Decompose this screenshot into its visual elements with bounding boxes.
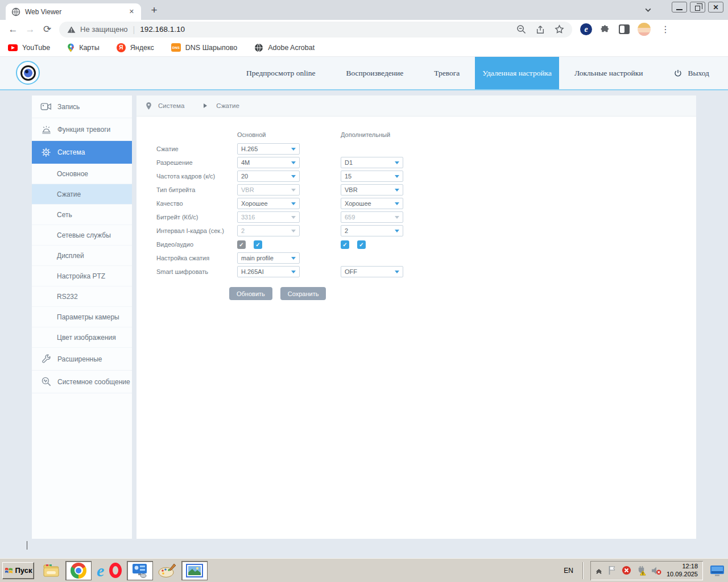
language-indicator[interactable]: EN <box>561 567 576 575</box>
sidebar-toggle-icon[interactable] <box>619 24 630 34</box>
back-button[interactable]: ← <box>5 24 22 35</box>
sidebar-label: Дисплей <box>57 252 84 260</box>
column-header-primary: Основной <box>237 131 341 138</box>
tray-clock[interactable]: 12:18 10.09.2025 <box>667 563 698 579</box>
sidebar-item-system-log[interactable]: Системное сообщение <box>32 371 132 393</box>
sidebar-item-advanced[interactable]: Расширенные <box>32 348 132 371</box>
bookmark-maps[interactable]: Карты <box>67 43 100 52</box>
internet-explorer-icon[interactable]: e <box>97 563 104 578</box>
sidebar-item-ptz[interactable]: Настройка PTZ <box>32 266 132 286</box>
resolution-secondary-select[interactable]: D1 <box>341 157 403 168</box>
sidebar-item-alarm-function[interactable]: Функция тревоги <box>32 118 132 141</box>
framerate-secondary-select[interactable]: 15 <box>341 171 403 182</box>
logo-eye <box>24 69 32 77</box>
sidebar-item-compression[interactable]: Сжатие <box>32 184 132 205</box>
show-desktop-icon[interactable] <box>710 565 725 576</box>
sidebar-item-rs232[interactable]: RS232 <box>32 286 132 307</box>
usb-warning-icon[interactable] <box>636 566 646 576</box>
forward-button[interactable]: → <box>22 24 39 35</box>
flag-icon[interactable] <box>607 566 617 575</box>
address-bar[interactable]: Не защищено | 192.168.1.10 <box>59 22 572 38</box>
bitrate-secondary-select: 659 <box>341 211 403 223</box>
profile-primary-select[interactable]: main profile <box>237 252 300 264</box>
extension-e-icon[interactable]: e <box>580 23 592 35</box>
restore-button[interactable] <box>690 2 705 13</box>
power-icon <box>673 69 682 78</box>
nav-tab-logout[interactable]: Выход <box>658 57 725 89</box>
sidebar-label: Системное сообщение <box>57 378 130 386</box>
sidebar-item-record[interactable]: Запись <box>32 95 132 118</box>
browser-tab-strip: Web Viewer ✕ + ✕ <box>0 0 728 20</box>
sidebar-item-network[interactable]: Сеть <box>32 205 132 225</box>
tab-title: Web Viewer <box>25 8 128 16</box>
save-button[interactable]: Сохранить <box>280 287 326 300</box>
nav-tab-alarm[interactable]: Тревога <box>419 57 475 89</box>
image-viewer-button[interactable] <box>181 561 208 580</box>
audio-checkbox-secondary[interactable] <box>357 240 366 249</box>
nav-tab-remote-settings[interactable]: Удаленная настройка <box>475 57 559 89</box>
reload-button[interactable]: ⟳ <box>39 23 56 35</box>
compression-primary-select[interactable]: H.265 <box>237 143 300 155</box>
sidebar-item-display[interactable]: Дисплей <box>32 246 132 266</box>
refresh-button[interactable]: Обновить <box>229 287 272 300</box>
browser-menu-button[interactable]: ⋮ <box>661 24 670 35</box>
tab-search-chevron-icon[interactable] <box>644 6 652 16</box>
nav-label: Выход <box>688 69 709 78</box>
nav-tab-preview[interactable]: Предпросмотр online <box>231 57 330 89</box>
caret-down-icon <box>291 189 296 192</box>
bookmark-yandex[interactable]: Я Яндекс <box>117 43 154 52</box>
windows-logo-icon <box>5 567 13 575</box>
sidebar-label: Функция тревоги <box>57 126 110 134</box>
minimize-button[interactable] <box>672 2 687 13</box>
bookmark-star-icon[interactable] <box>555 24 564 34</box>
extensions-puzzle-icon[interactable] <box>600 24 611 35</box>
share-icon[interactable] <box>535 25 545 34</box>
resolution-primary-select[interactable]: 4M <box>237 157 300 168</box>
form-row: Smart шифровать H.265AI OFF <box>156 265 696 278</box>
select-value: Хорошее <box>241 200 268 207</box>
sidebar-label: Сжатие <box>57 190 81 198</box>
new-tab-button[interactable]: + <box>147 3 162 17</box>
caret-down-icon <box>395 202 399 205</box>
bookmark-acrobat[interactable]: Adobe Acrobat <box>254 43 315 52</box>
video-checkbox-secondary[interactable] <box>341 240 349 249</box>
show-hidden-icons-chevron[interactable] <box>595 567 602 574</box>
framerate-primary-select[interactable]: 20 <box>237 171 300 182</box>
muted-speaker-icon[interactable] <box>651 566 661 575</box>
paint-icon[interactable] <box>158 563 176 578</box>
sidebar-item-camera-params[interactable]: Параметры камеры <box>32 307 132 327</box>
bookmark-youtube[interactable]: YouTube <box>8 44 50 52</box>
bookmark-dns[interactable]: DNS DNS Шарыпово <box>171 43 237 52</box>
nav-tab-local-settings[interactable]: Локльные настройки <box>559 57 658 89</box>
breadcrumb-section[interactable]: Система <box>158 102 184 109</box>
display-settings-icon <box>131 563 148 578</box>
sidebar-item-network-services[interactable]: Сетевые службы <box>32 225 132 246</box>
iframe-interval-secondary-select[interactable]: 2 <box>341 225 403 236</box>
chrome-taskbar-button[interactable] <box>65 561 92 580</box>
security-label[interactable]: Не защищено <box>80 25 128 34</box>
tab-close-icon[interactable]: ✕ <box>128 8 135 15</box>
security-alert-icon[interactable] <box>622 566 631 575</box>
display-settings-button[interactable] <box>127 561 153 580</box>
nav-tab-playback[interactable]: Воспроизведение <box>330 57 419 89</box>
profile-avatar[interactable] <box>638 23 651 36</box>
start-button[interactable]: Пуск <box>2 562 34 579</box>
file-explorer-icon[interactable] <box>42 563 60 578</box>
browser-tab[interactable]: Web Viewer ✕ <box>6 3 141 20</box>
audio-checkbox-primary[interactable] <box>254 240 262 249</box>
sidebar-item-image-color[interactable]: Цвет изображения <box>32 327 132 348</box>
alarm-icon <box>39 124 53 135</box>
bitrate-type-secondary-select[interactable]: VBR <box>341 184 403 196</box>
url-text[interactable]: 192.168.1.10 <box>140 25 185 34</box>
smart-encode-primary-select[interactable]: H.265AI <box>237 266 300 277</box>
smart-encode-secondary-select[interactable]: OFF <box>341 266 403 277</box>
form-row: Интервал I-кадра (сек.) 2 2 <box>156 224 696 238</box>
sidebar-item-system[interactable]: Система <box>32 141 132 164</box>
quality-secondary-select[interactable]: Хорошее <box>341 198 403 209</box>
quality-primary-select[interactable]: Хорошее <box>237 198 300 209</box>
zoom-out-icon[interactable] <box>516 24 526 34</box>
opera-icon[interactable] <box>109 563 122 578</box>
sidebar-item-basic[interactable]: Основное <box>32 164 132 184</box>
form-row: Разрешение 4M D1 <box>156 156 696 169</box>
close-button[interactable]: ✕ <box>708 2 723 13</box>
